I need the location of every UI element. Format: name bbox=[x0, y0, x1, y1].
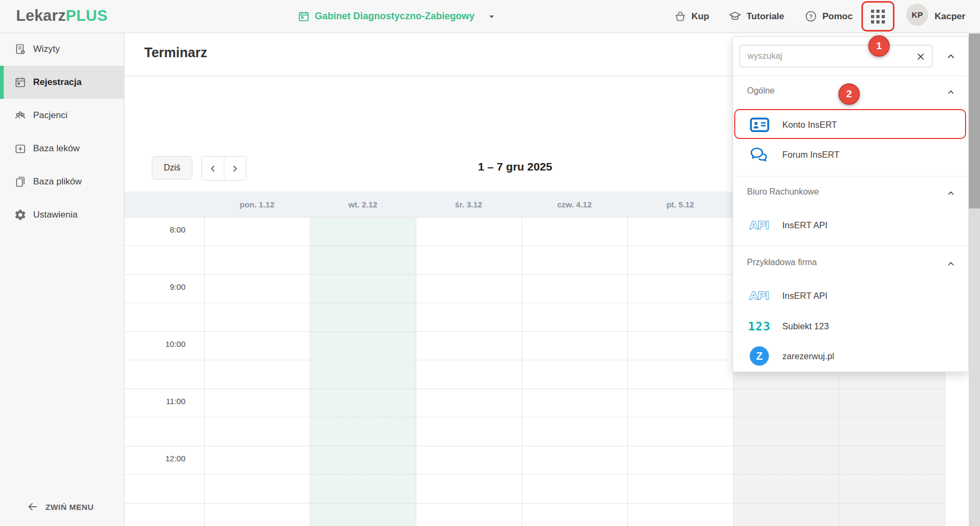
logo-text-plus: PLUS bbox=[66, 7, 107, 24]
calendar-grid-line bbox=[627, 217, 628, 526]
sidebar-item-label: Rejestracja bbox=[33, 77, 82, 88]
app-item-insert-api[interactable]: API InsERT API bbox=[735, 281, 965, 311]
nav-item-label: Kup bbox=[691, 11, 709, 22]
help-circle-icon: ? bbox=[804, 10, 818, 23]
panel-divider bbox=[733, 176, 967, 176]
office-selector[interactable]: Gabinet Diagnostyczno-Zabiegowy bbox=[298, 0, 495, 33]
apps-menu-button[interactable] bbox=[862, 2, 894, 31]
svg-text:?: ? bbox=[809, 13, 813, 20]
settings-gear-icon bbox=[14, 208, 27, 221]
forum-bubbles-icon bbox=[746, 146, 772, 163]
prev-week-button[interactable] bbox=[202, 157, 224, 180]
chevron-down-icon bbox=[488, 13, 495, 20]
subiekt-123-logo: 123 bbox=[746, 320, 772, 333]
app-item-forum-insert[interactable]: Forum InsERT bbox=[735, 140, 965, 169]
patients-icon bbox=[14, 109, 27, 122]
apps-grid-icon bbox=[871, 10, 885, 24]
app-item-konto-insert[interactable]: Konto InsERT bbox=[735, 110, 965, 140]
nav-item-tutoriale[interactable]: Tutoriale bbox=[728, 0, 784, 33]
files-icon bbox=[14, 175, 27, 188]
calendar-grid-line bbox=[125, 503, 945, 504]
time-label: 8:00 bbox=[125, 225, 185, 237]
section-title-ogolne: Ogólne bbox=[747, 86, 775, 98]
sidebar-item-baza-lekow[interactable]: Baza leków bbox=[0, 132, 124, 165]
sidebar-item-label: Wizyty bbox=[33, 44, 60, 55]
app-item-label: Konto InsERT bbox=[782, 120, 837, 130]
calendar-office-icon bbox=[298, 10, 310, 22]
section-title-biuro-rachunkowe: Biuro Rachunkowe bbox=[747, 187, 819, 199]
next-week-button[interactable] bbox=[224, 157, 246, 180]
scrollbar[interactable] bbox=[969, 33, 980, 526]
sidebar-item-label: Baza leków bbox=[33, 143, 80, 154]
day-header: wt. 2.12 bbox=[310, 191, 416, 217]
zarezerwuj-logo: Z bbox=[746, 346, 772, 366]
section-chevron-up-icon[interactable] bbox=[944, 257, 957, 270]
date-range-label: 1 – 7 gru 2025 bbox=[408, 160, 622, 173]
time-label: 11:00 bbox=[125, 397, 185, 408]
logo-text-lekarz: Lekarz bbox=[16, 7, 66, 24]
sidebar-item-label: Baza plików bbox=[33, 176, 82, 187]
id-card-icon bbox=[746, 117, 772, 133]
collapse-menu-label: ZWIŃ MENU bbox=[45, 502, 94, 512]
search-input[interactable] bbox=[740, 45, 932, 67]
today-button[interactable]: Dziś bbox=[152, 156, 192, 180]
collapse-panel-chevron-up-icon[interactable] bbox=[944, 50, 957, 63]
day-header: pon. 1.12 bbox=[204, 191, 310, 217]
app-item-subiekt-123[interactable]: 123 Subiekt 123 bbox=[735, 311, 965, 341]
step-badge-2: 2 bbox=[838, 83, 860, 105]
scrollbar-thumb[interactable] bbox=[969, 34, 980, 208]
time-label: 10:00 bbox=[125, 339, 185, 351]
time-label: 12:00 bbox=[125, 454, 185, 466]
calendar-grid-line bbox=[310, 217, 310, 526]
calendar-grid-line bbox=[416, 217, 416, 526]
sidebar-item-ustawienia[interactable]: Ustawienia bbox=[0, 198, 124, 231]
graduation-cap-icon bbox=[728, 10, 742, 23]
sidebar-item-wizyty[interactable]: Wizyty bbox=[0, 33, 124, 66]
app-screen: LekarzPLUS Gabinet Diagnostyczno-Zabiego… bbox=[0, 0, 980, 526]
day-header: śr. 3.12 bbox=[416, 191, 522, 217]
panel-divider bbox=[733, 245, 967, 246]
app-item-label: Subiekt 123 bbox=[782, 321, 829, 331]
day-header: pt. 5.12 bbox=[627, 191, 733, 217]
app-item-zarezerwuj[interactable]: Z zarezerwuj.pl bbox=[735, 341, 965, 371]
user-name: Kacper bbox=[935, 0, 966, 33]
sidebar: Wizyty Rejestracja Pacjenci bbox=[0, 33, 125, 526]
clear-search-button[interactable] bbox=[914, 50, 927, 63]
app-item-label: InsERT API bbox=[782, 291, 828, 301]
calendar-grid-line bbox=[125, 389, 945, 389]
nav-item-kup[interactable]: Kup bbox=[674, 0, 709, 33]
app-item-insert-api[interactable]: API InsERT API bbox=[735, 210, 965, 240]
avatar[interactable]: KP bbox=[906, 4, 928, 26]
active-indicator bbox=[0, 66, 4, 99]
api-logo: API bbox=[746, 219, 772, 231]
day-header: czw. 4.12 bbox=[522, 191, 627, 217]
app-item-label: zarezerwuj.pl bbox=[782, 351, 834, 361]
sidebar-item-label: Ustawienia bbox=[33, 210, 77, 220]
calendar-grid-line bbox=[125, 474, 945, 475]
app-item-label: Forum InsERT bbox=[782, 150, 839, 160]
page-title: Terminarz bbox=[144, 45, 207, 60]
sidebar-item-rejestracja[interactable]: Rejestracja bbox=[0, 66, 124, 99]
section-chevron-up-icon[interactable] bbox=[944, 86, 957, 98]
office-selector-label: Gabinet Diagnostyczno-Zabiegowy bbox=[315, 11, 475, 22]
section-title-przykladowa-firma: Przykładowa firma bbox=[747, 258, 817, 269]
nav-item-label: Pomoc bbox=[822, 11, 853, 22]
time-label: 9:00 bbox=[125, 282, 185, 294]
nav-item-pomoc[interactable]: ? Pomoc bbox=[804, 0, 853, 33]
api-logo: API bbox=[746, 289, 772, 302]
collapse-menu-button[interactable]: ZWIŃ MENU bbox=[0, 496, 124, 517]
sidebar-item-pacjenci[interactable]: Pacjenci bbox=[0, 99, 124, 132]
calendar-grid-line bbox=[125, 417, 945, 417]
top-bar: LekarzPLUS Gabinet Diagnostyczno-Zabiego… bbox=[0, 0, 980, 33]
section-chevron-up-icon[interactable] bbox=[944, 187, 957, 199]
nav-item-label: Tutoriale bbox=[746, 11, 784, 22]
app-item-label: InsERT API bbox=[782, 220, 828, 230]
calendar-grid-line bbox=[125, 446, 945, 446]
arrow-left-icon bbox=[27, 501, 38, 513]
calendar-grid-line bbox=[204, 217, 205, 526]
panel-divider bbox=[733, 75, 967, 76]
medicine-box-icon bbox=[14, 142, 27, 155]
calendar-grid-line bbox=[522, 217, 522, 526]
sidebar-item-baza-plikow[interactable]: Baza plików bbox=[0, 165, 124, 198]
calendar-icon bbox=[14, 76, 27, 89]
